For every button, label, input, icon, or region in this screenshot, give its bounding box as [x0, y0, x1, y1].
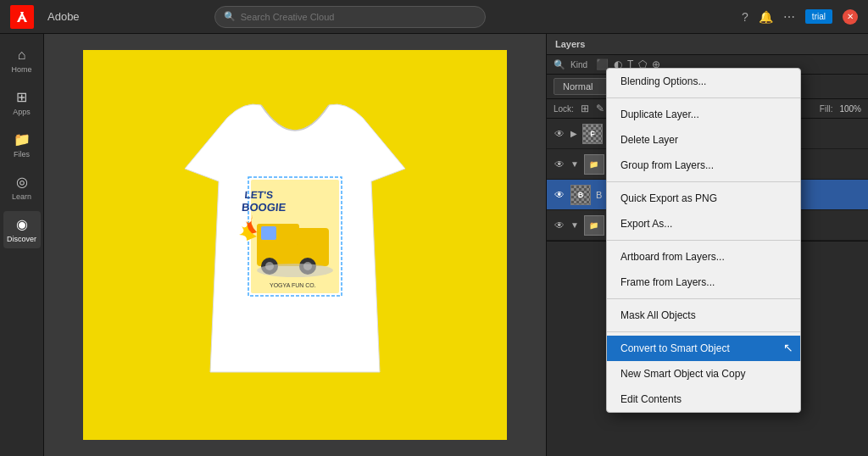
left-sidebar: ⌂ Home ⊞ Apps 📁 Files ◎ Learn ◉ Discover	[0, 34, 44, 456]
sidebar-item-files[interactable]: 📁 Files	[3, 126, 41, 164]
help-icon[interactable]: ?	[742, 10, 748, 24]
menu-item-duplicate-layer[interactable]: Duplicate Layer...	[607, 102, 800, 127]
sidebar-label-apps: Apps	[13, 108, 31, 116]
expand-icon-1: ▶	[570, 129, 577, 138]
menu-item-convert-to-smart-object[interactable]: Convert to Smart Object ↖	[607, 336, 800, 361]
menu-item-new-smart-object-via-copy[interactable]: New Smart Object via Copy	[607, 361, 800, 386]
menu-item-mask-all-objects[interactable]: Mask All Objects	[607, 303, 800, 328]
fill-label: Fill:	[820, 104, 833, 114]
lock-label: Lock:	[554, 104, 574, 114]
layer-thumb-3: B	[570, 185, 591, 205]
kind-filter-label: Kind	[570, 60, 587, 70]
layer-thumb-4: 📁	[584, 215, 604, 236]
main-area: ⌂ Home ⊞ Apps 📁 Files ◎ Learn ◉ Discover	[0, 34, 868, 456]
tshirt-svg: LET'S BOOGIE	[159, 84, 431, 406]
context-menu-divider	[607, 97, 800, 98]
sidebar-label-discover: Discover	[7, 235, 36, 243]
sidebar-item-apps[interactable]: ⊞ Apps	[3, 84, 41, 121]
cursor-icon: ↖	[783, 341, 793, 354]
context-menu-divider	[607, 240, 800, 241]
expand-icon-2: ▼	[570, 159, 579, 169]
svg-rect-9	[261, 226, 276, 240]
menu-item-artboard-from-layers[interactable]: Artboard from Layers...	[607, 244, 800, 270]
sidebar-label-files: Files	[14, 150, 30, 158]
trial-button[interactable]: trial	[805, 9, 832, 24]
learn-icon: ◎	[16, 174, 28, 190]
menu-item-delete-layer[interactable]: Delete Layer	[607, 127, 800, 153]
fill-value: 100%	[839, 104, 861, 114]
menu-item-quick-export[interactable]: Quick Export as PNG	[607, 186, 800, 211]
app-brand-label: Adobe	[47, 10, 80, 23]
layer-thumb-1: F	[582, 124, 603, 144]
files-icon: 📁	[14, 131, 31, 147]
context-menu-divider	[607, 181, 800, 182]
menu-item-blending-options[interactable]: Blending Options...	[607, 69, 800, 94]
sidebar-item-home[interactable]: ⌂ Home	[3, 42, 41, 79]
svg-point-14	[257, 264, 333, 277]
canvas-area: LET'S BOOGIE	[44, 34, 546, 456]
eye-icon-1[interactable]: 👁	[554, 128, 565, 140]
eye-icon-3[interactable]: 👁	[554, 189, 565, 201]
bell-icon[interactable]: 🔔	[759, 10, 773, 24]
sidebar-label-learn: Learn	[12, 192, 31, 201]
menu-item-group-from-layers[interactable]: Group from Layers...	[607, 153, 800, 178]
eye-icon-2[interactable]: 👁	[554, 158, 565, 170]
discover-icon: ◉	[16, 216, 28, 232]
svg-text:BOOGIE: BOOGIE	[242, 201, 287, 214]
top-bar-right: ? 🔔 ⋯ trial ✕	[742, 9, 858, 25]
layer-thumb-2: 📁	[584, 154, 604, 175]
context-menu-divider	[607, 331, 800, 332]
layers-panel-header: Layers	[547, 34, 868, 55]
close-button[interactable]: ✕	[843, 9, 858, 25]
sidebar-label-home: Home	[11, 65, 31, 74]
sidebar-item-learn[interactable]: ◎ Learn	[3, 169, 41, 206]
filter-icon: 🔍	[554, 59, 565, 70]
right-panel: Layers 🔍 Kind ⬛ ◐ T ⬠ ⊕ Normal Opacity: …	[546, 34, 868, 456]
sidebar-item-discover[interactable]: ◉ Discover	[3, 211, 41, 248]
top-bar: Adobe 🔍 ? 🔔 ⋯ trial ✕	[0, 0, 868, 34]
menu-item-frame-from-layers[interactable]: Frame from Layers...	[607, 270, 800, 295]
lock-paint-icon[interactable]: ✎	[596, 103, 604, 114]
context-menu: Blending Options... Duplicate Layer... D…	[606, 68, 801, 413]
svg-text:LET'S: LET'S	[244, 189, 274, 201]
apps-icon: ⊞	[16, 89, 27, 105]
svg-text:YOGYA FUN CO.: YOGYA FUN CO.	[270, 282, 316, 288]
lock-checkerboard-icon[interactable]: ⊞	[581, 103, 589, 114]
menu-item-edit-contents[interactable]: Edit Contents	[607, 386, 800, 412]
context-menu-divider	[607, 298, 800, 299]
grid-icon[interactable]: ⋯	[783, 10, 795, 24]
menu-item-export-as[interactable]: Export As...	[607, 211, 800, 236]
home-icon: ⌂	[18, 47, 26, 63]
search-bar[interactable]: 🔍	[214, 6, 486, 28]
eye-icon-4[interactable]: 👁	[554, 220, 565, 231]
adobe-logo	[10, 5, 34, 29]
expand-icon-4: ▼	[570, 220, 579, 230]
search-icon: 🔍	[224, 11, 236, 22]
search-input[interactable]	[241, 12, 476, 22]
canvas-background: LET'S BOOGIE	[83, 50, 507, 440]
layers-title: Layers	[555, 39, 585, 49]
